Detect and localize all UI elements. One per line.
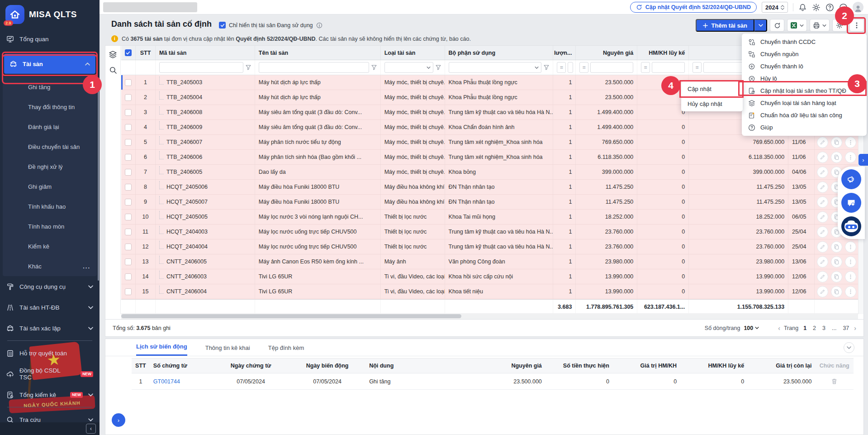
page-2[interactable]: 2: [811, 325, 817, 331]
col-code[interactable]: Mã tài sản: [156, 46, 255, 60]
submenu-item-cap-nhat[interactable]: Cập nhật: [681, 81, 743, 96]
funnel-icon[interactable]: [371, 65, 377, 70]
sidebar-item-de-nghi-xu-ly[interactable]: Đề nghị xử lý: [3, 157, 97, 177]
sidebar-item-tinh-khau-hao[interactable]: Tính khấu hao: [3, 196, 97, 216]
row-checkbox[interactable]: [125, 258, 132, 265]
menu-item-chuyen-nguon[interactable]: Chuyển nguồn: [742, 48, 867, 60]
sidebar-scrollbar[interactable]: [98, 86, 99, 281]
table-row[interactable]: 8 HCQT_2405006 Máy điều hòa Funiki 18000…: [121, 180, 858, 195]
row-checkbox[interactable]: [125, 94, 132, 101]
row-more-button[interactable]: [845, 256, 856, 268]
table-row[interactable]: 14 CNTT_2406003 Tivi LG 65UR Ti vi, đầu …: [121, 269, 858, 284]
sidebar-item-tai-san[interactable]: Tài sản: [4, 54, 95, 74]
filter-cost-input[interactable]: [590, 62, 633, 73]
duplicate-row-button[interactable]: [831, 256, 842, 268]
tab-thong-tin-ke-khai[interactable]: Thông tin kê khai: [205, 344, 250, 356]
edit-row-button[interactable]: [817, 241, 828, 253]
print-button[interactable]: [810, 19, 830, 32]
row-checkbox[interactable]: [125, 288, 132, 295]
funnel-icon[interactable]: [544, 65, 549, 70]
duplicate-row-button[interactable]: [831, 241, 842, 253]
sidebar-item-tinh-hao-mon[interactable]: Tính hao mòn: [3, 216, 97, 236]
select-all-checkbox[interactable]: [125, 49, 132, 56]
row-checkbox[interactable]: [125, 229, 132, 235]
page-3[interactable]: 3: [821, 325, 827, 331]
edit-row-button[interactable]: [817, 137, 828, 148]
filter-qty-input[interactable]: [568, 62, 573, 73]
reload-button[interactable]: [770, 19, 784, 32]
row-checkbox[interactable]: [125, 214, 132, 220]
filter-code-input[interactable]: [159, 62, 243, 73]
sidebar-item-ghi-giam[interactable]: Ghi giảm: [3, 177, 97, 196]
row-checkbox[interactable]: [125, 169, 132, 176]
col-qty[interactable]: Số lượn...: [553, 46, 576, 60]
filter-type-select[interactable]: [384, 62, 433, 73]
menu-item-chuyen-thanh-ccdc[interactable]: Chuyển thành CCDC: [742, 36, 867, 48]
edit-row-button[interactable]: [817, 226, 828, 238]
column-settings-button[interactable]: [832, 19, 847, 32]
funnel-icon[interactable]: [436, 65, 441, 70]
row-more-button[interactable]: [845, 286, 856, 297]
menu-item-huy-lo[interactable]: Hủy lô: [742, 72, 867, 85]
duplicate-row-button[interactable]: [831, 286, 842, 297]
row-more-button[interactable]: [845, 271, 856, 282]
year-selector[interactable]: 2024: [762, 2, 788, 13]
edit-row-button[interactable]: [817, 182, 828, 193]
equals-operator[interactable]: =: [557, 62, 566, 73]
submenu-item-huy-cap-nhat[interactable]: Hủy cập nhật: [681, 96, 743, 111]
export-excel-button[interactable]: [787, 19, 807, 32]
in-use-checkbox[interactable]: [219, 22, 226, 29]
table-row[interactable]: 6 TTB_2406006 Máy phân tích sinh hóa (Ba…: [121, 150, 858, 165]
sidebar-item-tai-san-ht-db[interactable]: Tài sản HT-ĐB: [0, 297, 100, 318]
horizontal-scrollbar[interactable]: [121, 313, 858, 319]
menu-item-chuyen-loai-hang-loat[interactable]: Chuyển loại tài sản hàng loạt: [742, 97, 867, 109]
detail-collapse-button[interactable]: [844, 342, 854, 353]
col-accum[interactable]: HM/KH lũy kế: [637, 46, 689, 60]
tab-tep-dinh-kem[interactable]: Tệp đính kèm: [268, 344, 304, 356]
sidebar-collapse-button[interactable]: ‹: [86, 424, 96, 434]
col-stt[interactable]: STT: [136, 46, 156, 60]
user-avatar[interactable]: [853, 2, 863, 13]
help-icon[interactable]: [825, 3, 834, 12]
sidebar-item-khac[interactable]: Khác ...: [3, 256, 97, 276]
col-name[interactable]: Tên tài sản: [255, 46, 381, 60]
row-checkbox[interactable]: [125, 154, 132, 161]
equals-operator[interactable]: =: [579, 62, 588, 73]
edit-row-button[interactable]: [817, 271, 828, 282]
row-checkbox[interactable]: [125, 199, 132, 206]
edit-row-button[interactable]: [817, 167, 828, 178]
table-row[interactable]: 15 CNTT_2406004 Tivi LG 65UR Ti vi, đầu …: [121, 284, 858, 299]
sidebar-item-tai-san-xac-lap[interactable]: Tài sản xác lập: [0, 318, 100, 339]
add-asset-dropdown-button[interactable]: [754, 19, 767, 32]
menu-item-cap-nhat-loai-tai-san[interactable]: Cập nhật loại tài sản theo TT/QĐ›: [742, 85, 867, 97]
support-chat-button[interactable]: [841, 193, 861, 213]
tab-lich-su-bien-dong[interactable]: Lịch sử biến động: [136, 343, 187, 356]
col-dept[interactable]: Bộ phận sử dụng: [445, 46, 554, 60]
row-more-button[interactable]: [845, 137, 856, 148]
col-type[interactable]: Loại tài sản: [381, 46, 445, 60]
table-row[interactable]: 11 HCQT_2404003 Máy lọc nước uống trực t…: [121, 225, 858, 239]
menu-item-chuyen-thanh-lo[interactable]: Chuyển thành lô: [742, 60, 867, 72]
notifications-bell-icon[interactable]: [798, 3, 807, 12]
table-row[interactable]: 9 HCQT_2405007 Máy điều hòa Funiki 18000…: [121, 195, 858, 210]
equals-operator[interactable]: =: [693, 62, 702, 73]
row-checkbox[interactable]: [125, 124, 132, 131]
filter-name-input[interactable]: [259, 62, 369, 73]
sidebar-item-dieu-chuyen-tai-san[interactable]: Điều chuyển tài sản: [3, 137, 97, 157]
col-cost[interactable]: Nguyên giá: [576, 46, 637, 60]
settings-gear-icon[interactable]: [812, 3, 821, 12]
row-checkbox[interactable]: [125, 273, 132, 280]
table-row[interactable]: 13 CNTT_2406005 Máy ảnh Canon Eos R50 kè…: [121, 254, 858, 269]
sidebar-item-tong-quan[interactable]: Tổng quan: [0, 29, 100, 49]
sidebar-item-tong-kiem-ke[interactable]: Tổng kiểm kê NEW: [0, 384, 100, 405]
table-row[interactable]: 12 HCQT_2404004 Máy lọc nước uống trực t…: [121, 239, 858, 254]
edit-row-button[interactable]: [817, 286, 828, 297]
edit-row-button[interactable]: [817, 196, 828, 208]
duplicate-row-button[interactable]: [831, 271, 842, 282]
edit-row-button[interactable]: [817, 211, 828, 223]
row-checkbox[interactable]: [125, 109, 132, 116]
sidebar-item-kiem-ke[interactable]: Kiểm kê: [3, 236, 97, 256]
next-page-button[interactable]: ›: [854, 325, 856, 332]
row-more-button[interactable]: [845, 152, 856, 163]
expand-panel-button[interactable]: ›: [112, 413, 125, 427]
